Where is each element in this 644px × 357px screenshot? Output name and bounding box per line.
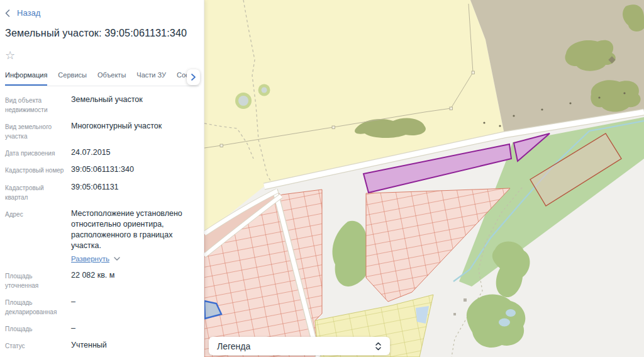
tabs-more-button[interactable]: [187, 69, 200, 85]
expand-link[interactable]: Развернуть: [71, 255, 120, 263]
expand-collapse-icon: [375, 342, 382, 351]
chevron-left-icon: [5, 9, 10, 17]
legend-bar[interactable]: Легенда: [209, 337, 390, 355]
field-label: Кадастровый номер: [5, 164, 66, 175]
chevron-right-icon: [191, 74, 196, 81]
sidebar: Назад Земельный участок: 39:05:061131:34…: [0, 0, 204, 357]
field-value: Многоконтурный участок: [71, 121, 162, 132]
field-row: Площадь декларированная –: [5, 297, 199, 317]
field-row: Кадастровый квартал 39:05:061131: [5, 182, 199, 202]
field-value: –: [71, 297, 75, 307]
field-value: –: [71, 323, 75, 334]
favorite-star-icon[interactable]: ☆: [5, 50, 15, 61]
field-value: 39:05:061131:340: [71, 164, 134, 175]
field-row: Площадь –: [5, 323, 199, 334]
field-row: Вид земельного участка Многоконтурный уч…: [5, 121, 199, 141]
small-pond: [499, 319, 510, 327]
page-title: Земельный участок: 39:05:061131:340: [5, 27, 199, 39]
field-label: Площадь уточненная: [5, 270, 66, 290]
tab-objects[interactable]: Объекты: [97, 67, 126, 86]
back-button[interactable]: Назад: [5, 8, 40, 18]
field-value: 22 082 кв. м: [71, 270, 114, 281]
map-panel[interactable]: Легенда: [204, 0, 644, 357]
small-pond: [506, 309, 516, 317]
cadastral-map[interactable]: [204, 0, 644, 357]
field-value: Земельный участок: [71, 94, 143, 105]
field-row: Вид объекта недвижимости Земельный участ…: [5, 94, 199, 115]
field-value: 24.07.2015: [71, 147, 111, 158]
field-label: Статус: [5, 340, 66, 351]
field-label: Кадастровый квартал: [5, 182, 66, 202]
field-row: Адрес Местоположение установлено относит…: [5, 208, 199, 264]
field-row: Статус Учтенный: [5, 340, 199, 351]
back-label: Назад: [17, 8, 40, 18]
field-label: Площадь декларированная: [5, 297, 66, 317]
field-value: Учтенный: [71, 340, 107, 351]
fields-list: Вид объекта недвижимости Земельный участ…: [5, 94, 199, 357]
tab-information[interactable]: Информация: [5, 67, 47, 86]
field-row: Площадь уточненная 22 082 кв. м: [5, 270, 199, 290]
field-row: Дата присвоения 24.07.2015: [5, 147, 199, 158]
field-value: 39:05:061131: [71, 182, 119, 193]
field-value: Местоположение установлено относительно …: [71, 208, 199, 252]
field-row: Кадастровый номер 39:05:061131:340: [5, 164, 199, 175]
field-label: Вид земельного участка: [5, 121, 66, 141]
tab-services[interactable]: Сервисы: [58, 67, 87, 86]
chevron-down-icon: [114, 257, 120, 261]
field-label: Вид объекта недвижимости: [5, 94, 66, 115]
tab-parts-zu[interactable]: Части ЗУ: [136, 67, 166, 86]
field-label: Дата присвоения: [5, 147, 66, 158]
field-label: Адрес: [5, 208, 66, 264]
field-label: Площадь: [5, 323, 66, 334]
legend-label: Легенда: [217, 341, 250, 351]
tabs: ИнформацияСервисыОбъектыЧасти ЗУСостав: [5, 67, 199, 86]
